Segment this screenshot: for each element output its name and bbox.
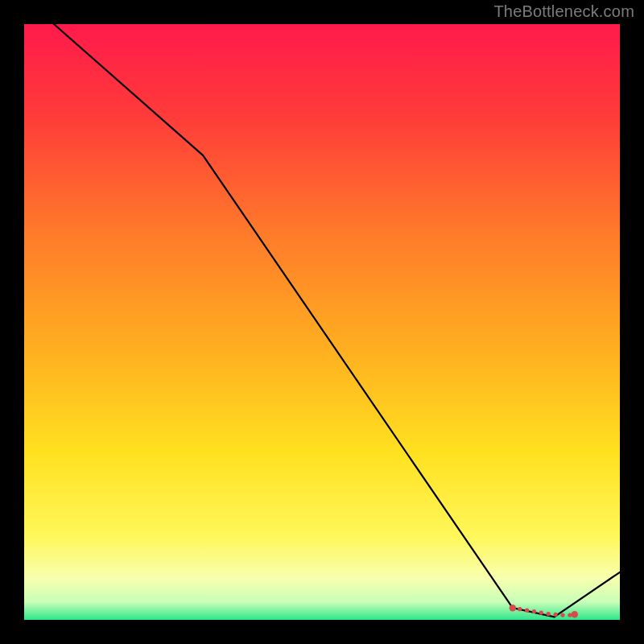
marker-dot xyxy=(554,613,558,617)
marker-dot xyxy=(568,613,572,617)
watermark-text: TheBottleneck.com xyxy=(493,2,634,21)
marker-dot xyxy=(572,611,578,617)
chart-svg xyxy=(24,24,620,620)
heat-gradient-background xyxy=(24,24,620,620)
marker-dot xyxy=(532,609,536,613)
plot-area xyxy=(24,24,620,620)
marker-dot xyxy=(518,607,522,611)
marker-dot xyxy=(510,605,516,611)
marker-dot xyxy=(525,609,529,613)
marker-dot xyxy=(560,613,564,617)
marker-dot xyxy=(547,612,551,616)
chart-frame: TheBottleneck.com xyxy=(0,0,644,644)
marker-dot xyxy=(539,611,543,615)
